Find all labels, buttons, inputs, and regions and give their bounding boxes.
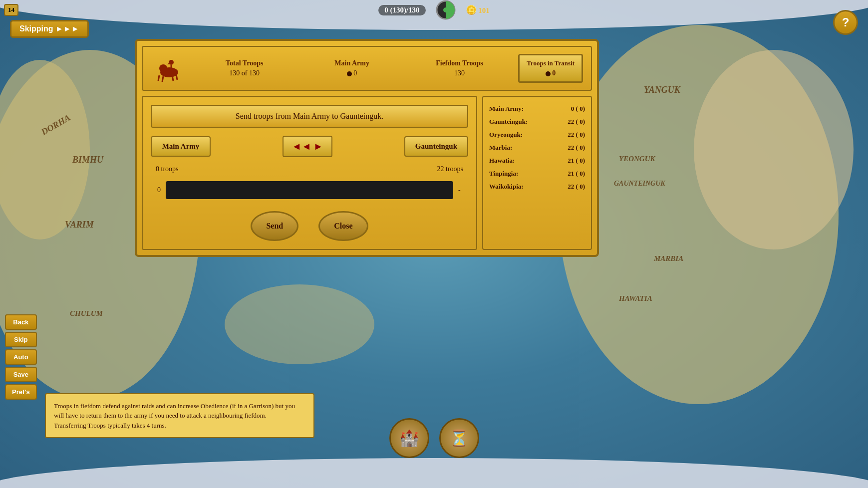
troops-in-transit-button[interactable]: Troops in Transit 0 (518, 54, 583, 83)
slider-row: 0 - (151, 181, 468, 199)
location-name: Oryeonguk: (489, 131, 523, 139)
fiefdom-troops-value: 130 (411, 69, 508, 77)
total-troops-stat: Total Troops 130 of 130 (196, 59, 293, 77)
castle-button[interactable]: 🏰 (389, 418, 429, 458)
location-item: Marbia:22 ( 0) (489, 144, 585, 152)
dialog-header: Total Troops 130 of 130 Main Army 0 Fief… (142, 46, 592, 91)
target-troop-count: 22 troops (437, 165, 464, 173)
swap-armies-button[interactable]: ◄◄ ► (283, 136, 332, 157)
troop-count: 0 (130)/130 (378, 5, 425, 15)
source-army-box: Main Army (151, 136, 211, 157)
main-army-label: Main Army (303, 59, 400, 67)
location-value: 22 ( 0) (568, 118, 585, 126)
slider-right-value: - (458, 186, 468, 194)
gold-count: 🪙 101 (466, 4, 490, 15)
location-name: Main Army: (489, 105, 524, 113)
location-name: Gaunteinguk: (489, 118, 528, 126)
skip-button[interactable]: Skipping ►►► (10, 20, 89, 38)
main-army-stat: Main Army 0 (303, 59, 400, 77)
save-button[interactable]: Save (5, 367, 37, 382)
location-item: Main Army:0 ( 0) (489, 105, 585, 113)
svg-line-16 (172, 75, 173, 81)
left-panel: Send troops from Main Army to Gaunteingu… (142, 96, 477, 250)
auto-button[interactable]: Auto (5, 349, 37, 365)
svg-point-3 (694, 50, 854, 249)
location-value: 0 ( 0) (571, 105, 585, 113)
location-item: Waikokipia:22 ( 0) (489, 183, 585, 191)
send-button[interactable]: Send (251, 211, 298, 241)
svg-point-6 (225, 284, 374, 364)
location-item: Tinpingia:21 ( 0) (489, 170, 585, 178)
target-army-box: Gaunteinguk (404, 136, 468, 157)
location-item: Gaunteinguk:22 ( 0) (489, 118, 585, 126)
location-name: Hawatia: (489, 157, 515, 165)
main-army-value: 0 (303, 69, 400, 77)
location-value: 21 ( 0) (568, 170, 585, 178)
source-troop-count: 0 troops (156, 165, 179, 173)
svg-point-10 (159, 64, 167, 72)
back-button[interactable]: Back (5, 314, 37, 330)
action-buttons: Send Close (151, 211, 468, 241)
side-buttons: Back Skip Auto Save Pref's (5, 314, 37, 400)
main-dialog: Total Troops 130 of 130 Main Army 0 Fief… (135, 39, 599, 257)
total-troops-value: 130 of 130 (196, 69, 293, 77)
location-value: 22 ( 0) (568, 183, 585, 191)
slider-left-value: 0 (151, 186, 161, 194)
troop-slider[interactable] (166, 181, 453, 199)
svg-point-12 (169, 60, 174, 65)
turn-indicator (436, 0, 456, 20)
tooltip-box: Troops in fiefdom defend against raids a… (45, 393, 314, 439)
left-arrow-icon: ◄◄ (291, 141, 311, 152)
location-item: Hawatia:21 ( 0) (489, 157, 585, 165)
fiefdom-troops-label: Fiefdom Troops (411, 59, 508, 67)
location-value: 21 ( 0) (568, 157, 585, 165)
right-panel: Main Army:0 ( 0)Gaunteinguk:22 ( 0)Oryeo… (482, 96, 592, 250)
right-arrow-icon: ► (313, 141, 323, 152)
hourglass-button[interactable]: ⏳ (439, 418, 479, 458)
help-button[interactable]: ? (833, 10, 858, 35)
prefs-button[interactable]: Pref's (5, 384, 37, 400)
troop-labels: 0 troops 22 troops (151, 165, 468, 173)
skip-side-button[interactable]: Skip (5, 332, 37, 347)
cavalry-icon (151, 51, 186, 86)
action-label: Send troops from Main Army to Gaunteingu… (151, 105, 468, 128)
location-name: Tinpingia: (489, 170, 518, 178)
turn-box: 14 (4, 4, 18, 16)
top-bar: 14 0 (130)/130 🪙 101 (0, 0, 868, 20)
fiefdom-troops-stat: Fiefdom Troops 130 (411, 59, 508, 77)
svg-line-17 (176, 74, 177, 80)
svg-line-14 (158, 75, 159, 81)
location-name: Waikokipia: (489, 183, 524, 191)
svg-line-15 (162, 76, 163, 82)
location-value: 22 ( 0) (568, 131, 585, 139)
bottom-icons: 🏰 ⏳ (389, 418, 479, 458)
dialog-body: Send troops from Main Army to Gaunteingu… (142, 96, 592, 250)
svg-point-8 (443, 7, 448, 12)
location-name: Marbia: (489, 144, 512, 152)
location-item: Oryeonguk:22 ( 0) (489, 131, 585, 139)
svg-point-5 (0, 458, 868, 488)
close-button[interactable]: Close (318, 211, 368, 241)
total-troops-label: Total Troops (196, 59, 293, 67)
location-value: 22 ( 0) (568, 144, 585, 152)
tooltip-text: Troops in fiefdom defend against raids a… (54, 402, 295, 429)
army-selector: Main Army ◄◄ ► Gaunteinguk (151, 136, 468, 157)
